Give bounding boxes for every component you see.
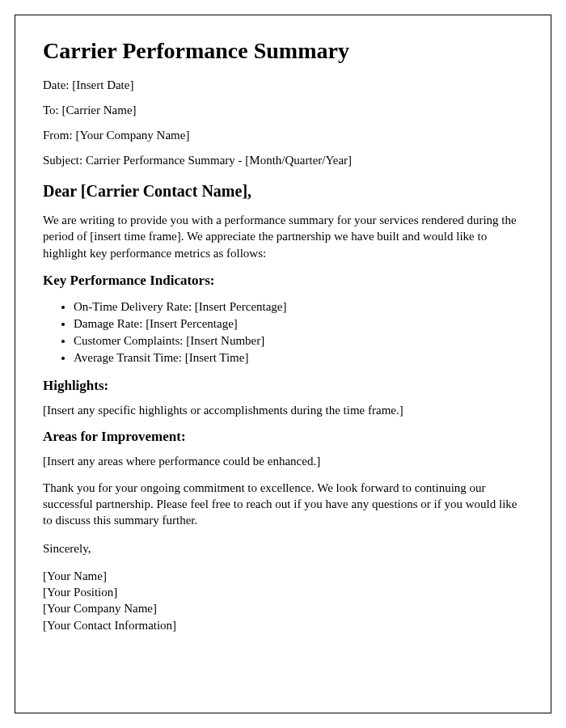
signature-position: [Your Position] [43, 584, 523, 600]
closing-paragraph: Thank you for your ongoing commitment to… [43, 480, 523, 529]
meta-from: From: [Your Company Name] [43, 129, 523, 142]
meta-subject: Subject: Carrier Performance Summary - [… [43, 154, 523, 167]
signature-contact: [Your Contact Information] [43, 617, 523, 633]
document-frame: Carrier Performance Summary Date: [Inser… [15, 15, 551, 713]
list-item: Customer Complaints: [Insert Number] [74, 332, 523, 349]
meta-date: Date: [Insert Date] [43, 78, 523, 92]
highlights-heading: Highlights: [43, 378, 523, 394]
signature-block: [Your Name] [Your Position] [Your Compan… [43, 568, 523, 633]
list-item: Damage Rate: [Insert Percentage] [74, 315, 523, 332]
salutation: Dear [Carrier Contact Name], [43, 182, 523, 201]
improvement-heading: Areas for Improvement: [43, 429, 523, 445]
signoff: Sincerely, [43, 540, 523, 557]
meta-to: To: [Carrier Name] [43, 104, 523, 117]
signature-company: [Your Company Name] [43, 600, 523, 616]
kpi-heading: Key Performance Indicators: [43, 273, 523, 289]
signature-name: [Your Name] [43, 568, 523, 584]
improvement-body: [Insert any areas where performance coul… [43, 455, 523, 468]
intro-paragraph: We are writing to provide you with a per… [43, 212, 523, 261]
list-item: On-Time Delivery Rate: [Insert Percentag… [74, 298, 523, 315]
list-item: Average Transit Time: [Insert Time] [74, 349, 523, 366]
page-title: Carrier Performance Summary [43, 38, 523, 64]
kpi-list: On-Time Delivery Rate: [Insert Percentag… [43, 298, 523, 366]
highlights-body: [Insert any specific highlights or accom… [43, 404, 523, 417]
